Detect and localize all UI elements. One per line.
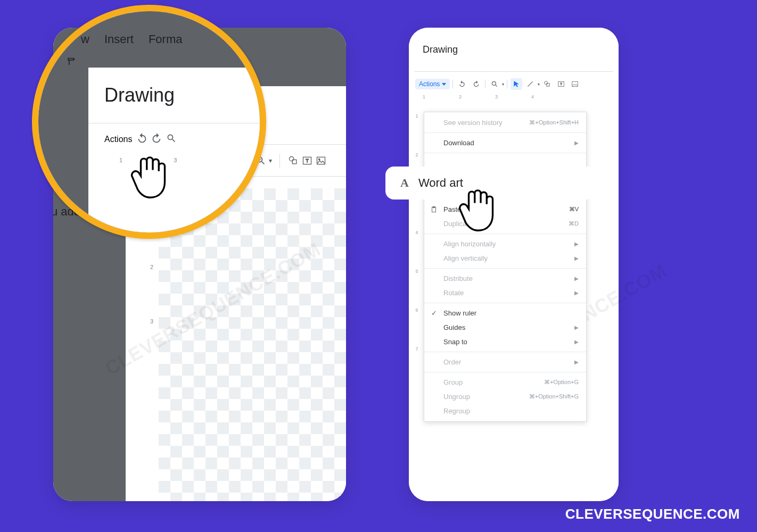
submenu-arrow-icon: ▶ (574, 325, 579, 330)
menu-item-label: Group (443, 378, 463, 386)
menu-regroup[interactable]: Regroup (424, 404, 586, 418)
ruler-tick: 1 (423, 94, 425, 102)
svg-text:T: T (306, 158, 309, 163)
undo-button[interactable] (214, 153, 226, 169)
menu-guides[interactable]: Guides ▶ (424, 320, 586, 335)
actions-button-label: Actions (419, 80, 440, 88)
ruler-tick: 1 (150, 210, 153, 216)
menu-ungroup[interactable]: Ungroup ⌘+Option+Shift+G (424, 389, 586, 404)
actions-button[interactable]: Actions (145, 151, 199, 170)
menu-format-partial[interactable]: Forma (161, 41, 200, 57)
horizontal-ruler: 1 2 3 4 (413, 94, 614, 102)
ruler-tick: 1 (161, 179, 164, 186)
ruler-tick: 1 (415, 113, 418, 119)
paint-format-icon[interactable] (111, 76, 121, 86)
actions-button-label: Actions (150, 154, 185, 167)
body-text-partial: u add to t (32, 184, 50, 197)
menu-item-label: Distribute (443, 275, 473, 282)
drawing-dialog-header: Drawing (126, 86, 346, 145)
menu-paste[interactable]: Paste ⌘V (424, 202, 586, 217)
drawing-title: Drawing (423, 44, 458, 55)
horizontal-ruler: 1 3 (159, 177, 346, 188)
menu-show-ruler[interactable]: ✓ Show ruler (424, 306, 586, 320)
svg-rect-11 (572, 81, 578, 86)
drawing-title: Drawing (145, 104, 219, 127)
redo-button[interactable] (470, 78, 482, 90)
drawing-toolbar: Actions ▾ T (126, 145, 346, 177)
ruler-tick: 3 (495, 94, 498, 102)
menu-rotate[interactable]: Rotate ▶ (424, 286, 586, 300)
menu-item-label: Regroup (443, 407, 470, 415)
line-tool-button[interactable] (524, 78, 536, 90)
toolbar-separator (247, 154, 248, 168)
zoom-button[interactable] (255, 153, 267, 169)
shortcut-label: ⌘V (563, 206, 579, 213)
svg-point-5 (318, 159, 320, 160)
menu-group[interactable]: Group ⌘+Option+G (424, 375, 586, 389)
ruler-tick: 4 (415, 230, 418, 235)
menu-snap-to[interactable]: Snap to ▶ (424, 335, 586, 349)
shape-button[interactable] (287, 153, 299, 169)
ruler-tick: 3 (150, 318, 153, 325)
shortcut-label: ⌘D (562, 220, 579, 227)
textbox-button[interactable]: T (301, 153, 313, 169)
paste-icon (430, 205, 438, 214)
image-button[interactable] (315, 153, 327, 169)
shortcut-label: ⌘+Option+Shift+H (523, 119, 579, 126)
ruler-tick: 6 (415, 307, 418, 313)
menu-order[interactable]: Order ▶ (424, 355, 586, 369)
image-button[interactable] (569, 78, 581, 90)
drawing-canvas[interactable] (159, 188, 346, 501)
menu-view-partial[interactable]: w (85, 41, 98, 57)
textbox-button[interactable]: T (555, 78, 567, 90)
menu-item-label: Snap to (443, 338, 467, 346)
ruler-tick: 4 (531, 94, 534, 102)
select-tool-button[interactable] (511, 78, 522, 90)
menu-item-label: Align vertically (443, 254, 488, 262)
submenu-arrow-icon: ▶ (574, 339, 579, 345)
menu-item-label: Ungroup (443, 393, 470, 401)
menu-distribute[interactable]: Distribute ▶ (424, 271, 586, 286)
vertical-ruler: 1 2 3 (145, 188, 159, 501)
menu-align-vertically[interactable]: Align vertically ▶ (424, 251, 586, 265)
menu-item-label: Download (443, 139, 474, 147)
menu-see-version-history[interactable]: See version history ⌘+Option+Shift+H (424, 115, 586, 130)
ruler-tick: 2 (415, 152, 418, 157)
menu-item-label: Guides (443, 323, 465, 331)
zoom-button[interactable] (489, 78, 500, 90)
submenu-arrow-icon: ▶ (574, 140, 579, 146)
menu-duplicate[interactable]: Duplicate ⌘D (424, 217, 586, 231)
menu-item-label: Duplicate (443, 220, 472, 228)
menu-item-label: Show ruler (443, 309, 476, 317)
menu-download[interactable]: Download ▶ (424, 136, 586, 150)
menu-item-label: See version history (443, 119, 503, 127)
ruler-tick: 5 (415, 269, 418, 274)
word-art-icon: A (400, 176, 409, 190)
menu-word-art-highlight[interactable]: A Word art (385, 167, 595, 200)
ruler-tick: 3 (211, 179, 214, 186)
submenu-arrow-icon: ▶ (574, 241, 579, 247)
shortcut-label: ⌘+Option+G (538, 379, 579, 386)
ruler-tick: 2 (150, 264, 153, 270)
actions-dropdown-menu: See version history ⌘+Option+Shift+H Dow… (424, 112, 587, 422)
shape-button[interactable] (541, 78, 553, 90)
drawing-dialog-header: Drawing (409, 28, 619, 61)
menu-item-label: Paste (443, 205, 461, 213)
vertical-ruler: 1 2 3 4 5 6 7 (413, 103, 421, 113)
menu-insert[interactable]: Insert (113, 41, 146, 57)
shortcut-label: ⌘+Option+Shift+G (523, 393, 579, 400)
svg-point-7 (545, 81, 548, 85)
actions-button[interactable]: Actions (415, 79, 450, 89)
submenu-arrow-icon: ▶ (574, 255, 579, 261)
ruler-tick: 2 (459, 94, 462, 102)
menu-item-label: Align horizontally (443, 240, 496, 248)
redo-button[interactable] (228, 153, 240, 169)
right-screenshot-panel: Drawing Actions ▾ ▾ T 1 2 (409, 28, 619, 501)
toolbar-separator (207, 154, 207, 168)
menu-item-label: Rotate (443, 289, 464, 297)
undo-button[interactable] (456, 78, 468, 90)
menu-item-label: Order (443, 358, 461, 366)
ruler-tick: 7 (415, 346, 418, 352)
menu-align-horizontally[interactable]: Align horizontally ▶ (424, 237, 586, 251)
dropdown-caret-icon (188, 159, 194, 162)
